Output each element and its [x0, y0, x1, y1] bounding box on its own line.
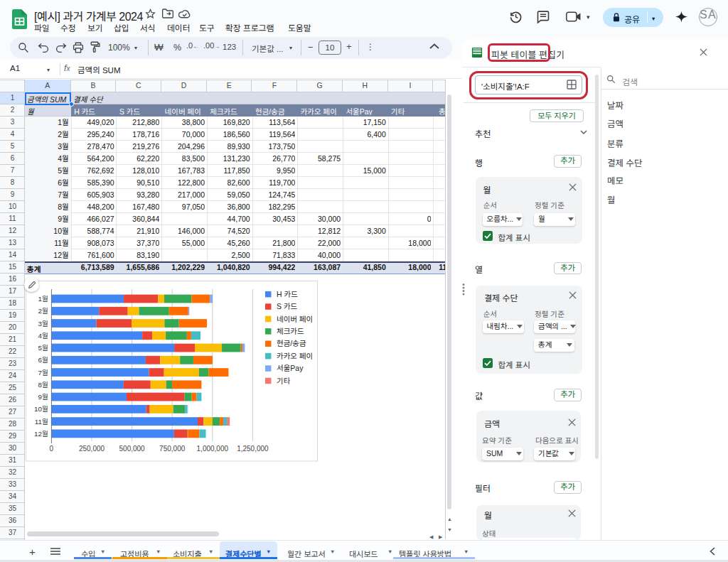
svg-text:9월: 9월 [38, 393, 48, 401]
svg-text:1월: 1월 [38, 295, 48, 303]
svg-text:S 카드: S 카드 [277, 302, 298, 310]
svg-text:10월: 10월 [34, 406, 48, 414]
svg-text:카카오 페이: 카카오 페이 [277, 352, 313, 360]
svg-text:6월: 6월 [38, 357, 48, 364]
svg-text:12월: 12월 [34, 430, 48, 438]
svg-text:4월: 4월 [38, 332, 48, 340]
svg-text:11월: 11월 [35, 418, 48, 426]
svg-text:500,000: 500,000 [119, 445, 146, 453]
svg-text:8월: 8월 [38, 381, 48, 389]
svg-text:7월: 7월 [38, 369, 48, 377]
svg-text:250,000: 250,000 [79, 445, 105, 453]
svg-text:체크카드: 체크카드 [277, 327, 304, 335]
svg-text:750,000: 750,000 [159, 445, 186, 453]
svg-text:3월: 3월 [38, 320, 48, 328]
svg-text:기타: 기타 [277, 377, 291, 385]
svg-text:0: 0 [50, 445, 54, 453]
svg-text:2월: 2월 [38, 308, 48, 315]
svg-text:5월: 5월 [38, 344, 48, 352]
svg-text:1,250,000: 1,250,000 [237, 445, 269, 453]
svg-text:1,000,000: 1,000,000 [197, 445, 229, 453]
svg-text:네이버 페이: 네이버 페이 [277, 315, 313, 323]
svg-text:현금/송금: 현금/송금 [277, 340, 306, 348]
svg-text:서울Pay: 서울Pay [277, 364, 304, 372]
svg-text:H 카드: H 카드 [277, 290, 298, 298]
